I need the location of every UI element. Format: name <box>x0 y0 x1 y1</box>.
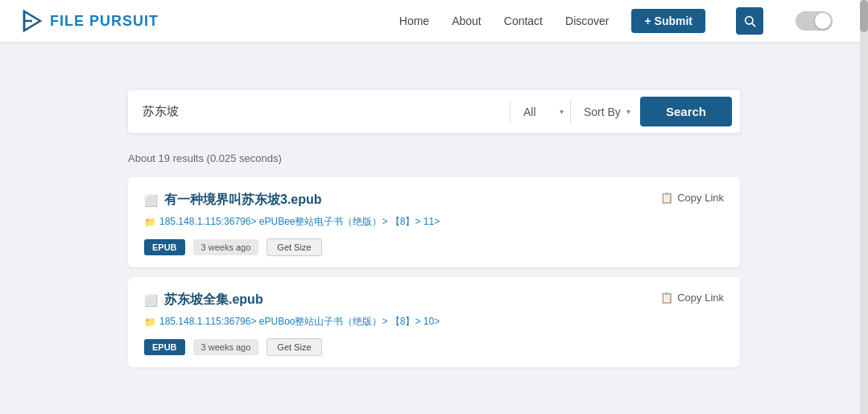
copy-link-button[interactable]: 📋 Copy Link <box>660 192 724 204</box>
result-actions: EPUB 3 weeks ago Get Size <box>144 238 660 256</box>
result-path-text: 185.148.1.115:36796> ePUBee整站电子书（绝版）> 【8… <box>159 215 440 229</box>
file-icon: ⬜ <box>144 194 158 207</box>
result-path-text: 185.148.1.115:36796> ePUBoo整站山子书（绝版）> 【8… <box>159 315 440 329</box>
result-title-text: 苏东坡全集.epub <box>164 292 263 308</box>
brand-text: FILE PURSUIT <box>50 13 159 30</box>
search-divider-2 <box>570 101 571 123</box>
toggle-knob <box>815 13 831 29</box>
navbar: FILE PURSUIT Home About Contact Discover… <box>0 0 868 42</box>
time-badge: 3 weeks ago <box>193 239 259 255</box>
copy-link-label: Copy Link <box>677 292 724 304</box>
copy-icon: 📋 <box>660 192 673 204</box>
result-actions: EPUB 3 weeks ago Get Size <box>144 338 660 356</box>
nav-about[interactable]: About <box>452 14 482 27</box>
filter-dropdown-wrapper: All EPUB PDF DOC ▾ <box>514 102 567 122</box>
file-icon: ⬜ <box>144 294 158 307</box>
epub-badge: EPUB <box>144 239 185 255</box>
sortby-dropdown-wrapper: Sort By Newest Oldest ▾ <box>574 102 634 122</box>
nav-contact[interactable]: Contact <box>504 14 543 27</box>
folder-icon: 📁 <box>144 317 156 328</box>
copy-link-button[interactable]: 📋 Copy Link <box>660 292 724 304</box>
dark-mode-toggle[interactable] <box>796 11 833 31</box>
result-path: 📁 185.148.1.115:36796> ePUBee整站电子书（绝版）> … <box>144 215 660 229</box>
copy-link-label: Copy Link <box>677 192 724 204</box>
result-path: 📁 185.148.1.115:36796> ePUBoo整站山子书（绝版）> … <box>144 315 660 329</box>
search-icon <box>743 14 756 27</box>
navbar-search-button[interactable] <box>736 7 763 35</box>
result-title-text: 有一种境界叫苏东坡3.epub <box>164 192 322 209</box>
scrollbar-thumb[interactable] <box>860 0 868 32</box>
result-title: ⬜ 有一种境界叫苏东坡3.epub <box>144 192 660 209</box>
result-card: ⬜ 苏东坡全集.epub 📁 185.148.1.115:36796> ePUB… <box>128 277 740 367</box>
get-size-button[interactable]: Get Size <box>267 338 321 356</box>
card-main: ⬜ 有一种境界叫苏东坡3.epub 📁 185.148.1.115:36796>… <box>144 192 660 256</box>
result-card: ⬜ 有一种境界叫苏东坡3.epub 📁 185.148.1.115:36796>… <box>128 177 740 267</box>
sortby-dropdown[interactable]: Sort By Newest Oldest <box>577 102 628 122</box>
time-badge: 3 weeks ago <box>193 339 259 355</box>
result-title: ⬜ 苏东坡全集.epub <box>144 292 660 308</box>
search-button[interactable]: Search <box>640 97 732 126</box>
epub-badge: EPUB <box>144 339 185 355</box>
scrollbar[interactable] <box>860 0 868 414</box>
results-info: About 19 results (0.025 seconds) <box>128 152 740 164</box>
folder-icon: 📁 <box>144 217 156 228</box>
nav-discover[interactable]: Discover <box>565 14 609 27</box>
copy-icon: 📋 <box>660 292 673 304</box>
submit-button[interactable]: + Submit <box>631 9 705 33</box>
svg-line-4 <box>752 23 755 27</box>
search-divider <box>510 101 510 123</box>
card-row: ⬜ 有一种境界叫苏东坡3.epub 📁 185.148.1.115:36796>… <box>144 192 724 256</box>
main-nav: Home About Contact Discover + Submit <box>399 7 833 35</box>
main-content: All EPUB PDF DOC ▾ Sort By Newest Oldest… <box>112 42 756 393</box>
get-size-button[interactable]: Get Size <box>267 238 321 256</box>
card-main: ⬜ 苏东坡全集.epub 📁 185.148.1.115:36796> ePUB… <box>144 292 660 356</box>
search-bar: All EPUB PDF DOC ▾ Sort By Newest Oldest… <box>128 90 740 133</box>
filter-dropdown[interactable]: All EPUB PDF DOC <box>517 102 561 122</box>
search-input[interactable] <box>136 101 506 122</box>
nav-home[interactable]: Home <box>399 14 429 27</box>
brand-logo[interactable]: FILE PURSUIT <box>19 8 159 34</box>
card-row: ⬜ 苏东坡全集.epub 📁 185.148.1.115:36796> ePUB… <box>144 292 724 356</box>
brand-logo-icon <box>19 8 45 34</box>
